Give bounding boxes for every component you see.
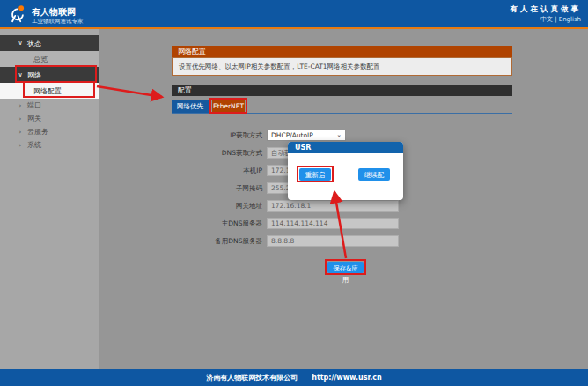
chevron-right-icon: › xyxy=(16,142,25,149)
sidebar-item-status[interactable]: ∨ 状态 xyxy=(0,35,99,51)
field-label-primary-dns: 主DNS服务器 xyxy=(174,218,262,229)
chevron-right-icon: › xyxy=(16,102,25,109)
page-title: 网络配置 xyxy=(172,46,512,57)
chevron-right-icon: › xyxy=(16,115,25,122)
footer-company: 济南有人物联网技术有限公司 xyxy=(206,373,298,382)
chevron-down-icon: ∨ xyxy=(16,71,25,78)
sidebar-item-label: 系统 xyxy=(27,140,41,150)
chevron-right-icon: › xyxy=(16,129,25,136)
usr-dialog: USR 重新启动 继续配置 xyxy=(288,142,403,200)
header-slogan: 有人在认真做事 xyxy=(511,4,582,14)
sidebar-item-label: 网络配置 xyxy=(33,86,62,96)
field-label-local-ip: 本机IP xyxy=(174,165,262,176)
sidebar-item-gateway[interactable]: › 网关 xyxy=(0,112,99,125)
ip-mode-select[interactable]: DHCP/AutoIP ⌄ xyxy=(267,130,346,141)
sidebar-item-port[interactable]: › 端口 xyxy=(0,99,99,112)
chevron-down-icon: ⌄ xyxy=(336,130,342,140)
sidebar-item-system[interactable]: › 系统 xyxy=(0,138,99,152)
gateway-address-field[interactable]: 172.16.18.1 xyxy=(267,200,399,212)
field-label-secondary-dns: 备用DNS服务器 xyxy=(174,235,262,247)
page-description: 设置优先网络、以太网IP相关参数配置，LTE-CAT1网络相关参数配置 xyxy=(172,57,512,76)
sidebar-item-cloud-service[interactable]: › 云服务 xyxy=(0,125,99,138)
tab-ethernet[interactable]: EtherNET xyxy=(212,100,245,113)
brand-subtitle: 工业物联网通讯专家 xyxy=(32,18,84,26)
app-window: 有人物联网 工业物联网通讯专家 有人在认真做事 中文 | English ∨ 状… xyxy=(0,0,588,386)
top-header: 有人物联网 工业物联网通讯专家 有人在认真做事 中文 | English xyxy=(0,0,588,27)
tab-network-priority[interactable]: 网络优先 xyxy=(172,100,209,113)
continue-config-button[interactable]: 继续配置 xyxy=(358,168,390,181)
language-switch[interactable]: 中文 | English xyxy=(511,15,582,24)
brand-title: 有人物联网 xyxy=(32,7,84,18)
sidebar-item-network-config[interactable]: 网络配置 xyxy=(0,83,99,99)
restart-button[interactable]: 重新启动 xyxy=(299,168,331,181)
sidebar-item-label: 端口 xyxy=(27,100,41,110)
sidebar-item-label: 状态 xyxy=(27,39,41,48)
field-label-gateway-address: 网关地址 xyxy=(174,200,262,212)
primary-dns-field[interactable]: 114.114.114.114 xyxy=(267,218,399,229)
brand-logo: 有人物联网 工业物联网通讯专家 xyxy=(8,4,84,27)
arrow-to-ethernet-tab xyxy=(97,86,162,97)
footer: 济南有人物联网技术有限公司 http://www.usr.cn xyxy=(0,369,588,386)
footer-url-link[interactable]: http://www.usr.cn xyxy=(312,374,382,382)
save-apply-button[interactable]: 保存&应用 xyxy=(327,262,364,273)
person-logo-icon xyxy=(8,4,27,27)
ip-mode-value: DHCP/AutoIP xyxy=(271,130,313,140)
sidebar-item-label: 总览 xyxy=(33,55,48,64)
chevron-down-icon: ∨ xyxy=(16,40,25,47)
sidebar-item-label: 云服务 xyxy=(27,127,48,137)
field-label-ip-mode: IP获取方式 xyxy=(174,130,262,141)
field-label-dns-mode: DNS获取方式 xyxy=(174,147,262,159)
sidebar-item-label: 网络 xyxy=(27,71,41,80)
dialog-title: USR xyxy=(288,142,403,153)
sidebar-item-label: 网关 xyxy=(27,114,41,123)
field-label-subnet-mask: 子网掩码 xyxy=(174,182,262,194)
sidebar-item-network[interactable]: ∨ 网络 xyxy=(0,67,99,83)
tab-underline xyxy=(172,113,512,114)
sidebar: ∨ 状态 总览 ∨ 网络 网络配置 › 端口 › 网关 › 云服务 › 系统 xyxy=(0,29,99,369)
secondary-dns-field[interactable]: 8.8.8.8 xyxy=(267,235,399,247)
section-title: 配置 xyxy=(172,85,512,96)
sidebar-item-overview[interactable]: 总览 xyxy=(0,51,99,67)
